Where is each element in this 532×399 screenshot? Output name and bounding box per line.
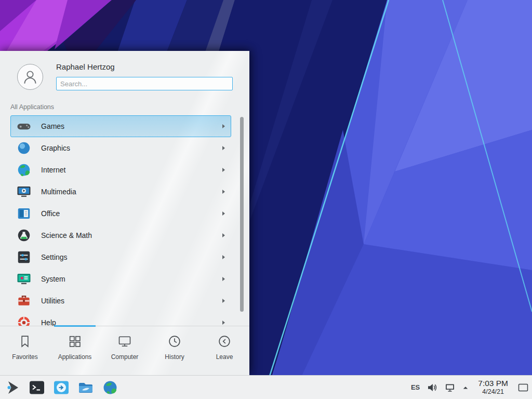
menu-item-label: Multimedia <box>41 188 76 196</box>
submenu-arrow-icon <box>222 233 225 237</box>
submenu-arrow-icon <box>222 211 225 216</box>
tab-applications[interactable]: Applications <box>50 326 100 375</box>
science-math-icon <box>16 228 32 243</box>
expand-tray-caret-icon[interactable] <box>462 385 469 390</box>
application-launcher-menu: Raphael Hertzog All Applications Games G… <box>0 51 249 375</box>
clock-time: 7:03 PM <box>478 379 508 388</box>
web-browser-globe-icon <box>102 379 118 396</box>
tab-label: Favorites <box>12 353 37 361</box>
search-input[interactable] <box>56 77 233 90</box>
office-icon <box>16 206 32 221</box>
digital-clock[interactable]: 7:03 PM 4/24/21 <box>476 379 510 395</box>
volume-icon[interactable] <box>427 382 437 393</box>
utilities-icon <box>16 293 32 309</box>
computer-monitor-icon <box>117 334 132 349</box>
network-icon[interactable] <box>445 382 455 393</box>
menu-item-label: Games <box>41 122 64 130</box>
tab-label: Applications <box>58 353 92 361</box>
menu-item-help[interactable]: Help <box>10 312 231 326</box>
launcher-tab-bar: Favorites Applications Computer History <box>0 326 249 375</box>
settings-icon <box>16 249 32 265</box>
tab-leave[interactable]: Leave <box>200 326 249 375</box>
menu-item-utilities[interactable]: Utilities <box>10 290 231 312</box>
dolphin-file-manager-button[interactable] <box>77 379 94 396</box>
clock-date: 4/24/21 <box>478 388 508 395</box>
tab-computer[interactable]: Computer <box>100 326 150 375</box>
menu-item-label: Internet <box>41 166 65 174</box>
section-label: All Applications <box>10 103 54 111</box>
help-icon <box>16 315 32 326</box>
history-clock-icon <box>167 334 182 349</box>
submenu-arrow-icon <box>222 321 225 325</box>
menu-item-label: Settings <box>41 253 68 261</box>
menu-item-label: Help <box>41 318 56 326</box>
scrollbar[interactable] <box>240 117 244 312</box>
kickoff-launcher-icon <box>4 379 21 396</box>
menu-item-label: Science & Math <box>41 231 92 240</box>
discover-software-center-button[interactable] <box>53 379 70 396</box>
menu-item-office[interactable]: Office <box>10 203 231 224</box>
tab-label: Computer <box>111 353 139 361</box>
kickoff-launcher-button[interactable] <box>4 379 21 396</box>
submenu-arrow-icon <box>222 168 225 172</box>
menu-item-label: System <box>41 275 65 283</box>
menu-item-settings[interactable]: Settings <box>10 246 231 268</box>
tab-label: History <box>165 353 184 361</box>
submenu-arrow-icon <box>222 299 225 303</box>
category-list: Games Graphics Internet Multimedia <box>10 115 232 326</box>
menu-item-multimedia[interactable]: Multimedia <box>10 181 231 203</box>
menu-item-internet[interactable]: Internet <box>10 159 231 181</box>
menu-item-label: Utilities <box>41 297 64 305</box>
applications-grid-icon <box>68 334 82 349</box>
multimedia-icon <box>16 184 32 200</box>
internet-icon <box>16 162 32 178</box>
menu-item-graphics[interactable]: Graphics <box>10 137 231 159</box>
submenu-arrow-icon <box>222 146 225 150</box>
menu-item-label: Graphics <box>41 144 70 152</box>
konsole-terminal-button[interactable] <box>29 379 45 396</box>
submenu-arrow-icon <box>222 124 225 128</box>
discover-software-center-icon <box>53 379 70 396</box>
system-icon <box>16 271 32 287</box>
keyboard-layout-indicator[interactable]: ES <box>411 383 420 391</box>
submenu-arrow-icon <box>222 190 225 194</box>
menu-item-games[interactable]: Games <box>10 115 231 137</box>
web-browser-button[interactable] <box>102 379 118 396</box>
menu-item-label: Office <box>41 209 60 218</box>
user-icon <box>21 68 39 86</box>
taskbar-panel: ES 7:03 PM 4/24/21 <box>0 375 532 399</box>
show-desktop-icon <box>518 383 528 392</box>
tab-label: Leave <box>216 353 233 361</box>
tab-favorites[interactable]: Favorites <box>0 326 50 375</box>
leave-icon <box>217 334 232 349</box>
submenu-arrow-icon <box>222 277 225 281</box>
favorites-bookmark-icon <box>18 334 32 349</box>
user-avatar[interactable] <box>17 64 43 90</box>
tab-history[interactable]: History <box>150 326 200 375</box>
show-desktop-button[interactable] <box>517 379 529 396</box>
graphics-icon <box>16 140 32 156</box>
dolphin-file-manager-icon <box>77 379 94 396</box>
menu-item-system[interactable]: System <box>10 268 231 290</box>
konsole-terminal-icon <box>29 379 45 396</box>
submenu-arrow-icon <box>222 255 225 259</box>
menu-item-science-math[interactable]: Science & Math <box>10 224 231 246</box>
user-name: Raphael Hertzog <box>56 62 115 71</box>
games-icon <box>16 118 32 134</box>
